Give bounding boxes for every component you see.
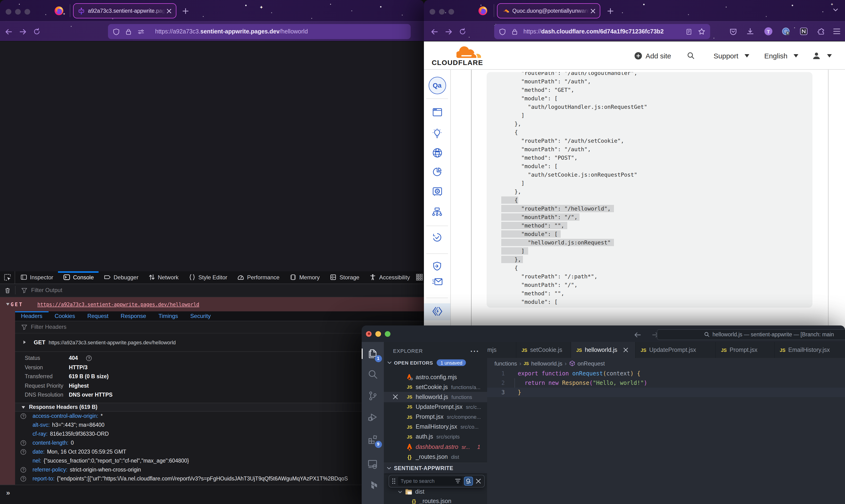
notion-button[interactable] [800,27,808,35]
go-back-button[interactable] [634,331,641,339]
add-site-button[interactable]: Add site [634,52,671,59]
drag-grip-icon[interactable] [392,478,395,484]
filter-results-icon[interactable] [455,478,461,484]
activity-extensions-button[interactable]: 9 [361,430,384,449]
permissions-icon[interactable] [137,28,145,35]
help-icon[interactable] [20,467,27,473]
devtools-tab-network[interactable]: Network [143,271,184,283]
activity-explorer-button[interactable]: 1 [361,344,384,363]
tree-item-routes-json[interactable]: {} _routes.json [384,496,487,504]
new-tab-button[interactable] [180,6,190,16]
collapse-section-icon[interactable] [21,405,25,409]
menu-button[interactable] [833,28,840,34]
breadcrumb-file[interactable]: helloworld.js [531,360,562,367]
close-editor-icon[interactable] [392,394,399,400]
support-menu[interactable]: Support [714,52,749,59]
sidebar-item-workers-pages[interactable] [424,306,450,317]
tracking-protection-shield-icon[interactable] [113,28,120,35]
devtools-tab-debugger[interactable]: Debugger [99,271,143,283]
activity-remote-explorer-button[interactable] [361,454,384,473]
breadcrumb-folder[interactable]: functions [495,360,517,367]
vscode-titlebar[interactable]: helloworld.js — sentient-appwrite — [Bra… [361,325,845,342]
firefox-view-button[interactable] [54,6,64,16]
forward-button[interactable] [445,28,453,36]
help-icon[interactable] [86,355,92,361]
sidebar-item-discover[interactable] [424,128,450,138]
devtools-tab-memory[interactable]: Memory [284,271,325,283]
open-editor-emailhistory[interactable]: JS EmailHistory.jsx src/co... [384,421,487,432]
devtools-tab-storage[interactable]: Storage [325,271,364,283]
close-window-button[interactable] [430,9,435,15]
zoom-window-button[interactable] [385,331,391,337]
console-input-row[interactable]: » [0,485,424,504]
list-all-tabs-button[interactable] [832,6,839,13]
help-icon[interactable] [20,413,27,419]
sidebar-item-trace[interactable] [424,207,450,216]
pick-element-button[interactable] [0,271,15,283]
devtools-more-tools-button[interactable] [416,271,424,283]
devtools-tab-inspector[interactable]: Inspector [15,271,58,283]
cloudflare-logo-text[interactable]: CLOUDFLARE [432,59,483,67]
breadcrumbs[interactable]: functions › JS helloworld.js › onRequest [487,358,845,369]
tab-updateprompt[interactable]: JS UpdatePrompt.jsx [635,342,716,358]
sidebar-item-analytics[interactable] [424,167,450,177]
devtools-tab-style-editor[interactable]: Style Editor [184,271,232,283]
extension-t-button[interactable]: T [764,27,772,35]
tracking-protection-shield-icon[interactable] [499,28,506,35]
open-editor-routes[interactable]: {} _routes.json dist [384,451,487,462]
browser-tab[interactable]: a92a73c3.sentient-appwrite.pag [73,3,176,18]
url-bar[interactable]: https://a92a73c3.sentient-appwrite.pages… [108,24,411,39]
devtools-tab-accessibility[interactable]: Accessibility [364,271,415,283]
new-tab-button[interactable] [605,6,616,16]
open-editor-prompt[interactable]: JS Prompt.jsx src/compone... [384,412,487,422]
close-tab-icon[interactable] [623,347,628,353]
lock-icon[interactable] [512,28,518,35]
tab-helloworld[interactable]: JS helloworld.js [571,342,635,358]
detail-tab-cookies[interactable]: Cookies [49,311,81,321]
tab-close-icon[interactable] [167,8,172,14]
detail-tab-headers[interactable]: Headers [15,311,49,321]
help-icon[interactable] [20,475,27,482]
tab-setcookie[interactable]: JS setCookie.js [516,342,571,358]
detail-tab-security[interactable]: Security [184,311,217,321]
filter-output-input[interactable]: Filter Output [21,287,62,293]
tree-find-widget[interactable]: Type to search [388,474,485,487]
minimize-window-button[interactable] [439,9,445,15]
sidebar-item-notifications[interactable] [424,277,450,286]
minimize-window-button[interactable] [375,331,381,337]
tab-astro-config[interactable]: mjs [487,342,516,358]
open-editor-auth[interactable]: JS auth.js src/scripts [384,432,487,442]
firefox-view-button[interactable] [478,6,488,16]
tab-close-icon[interactable] [590,8,595,14]
account-avatar[interactable]: Qa [424,76,450,94]
devtools-tab-performance[interactable]: Performance [232,271,284,283]
open-editor-dashboard[interactable]: dashboard.astro sr... 1 [384,442,487,452]
breadcrumb-symbol[interactable]: onRequest [577,360,605,367]
help-icon[interactable] [20,440,27,446]
reload-button[interactable] [33,28,40,35]
tab-prompt[interactable]: JS Prompt.jsx [716,342,775,358]
collapse-request-icon[interactable] [5,302,10,306]
minimize-window-button[interactable] [15,9,21,15]
search-button[interactable] [687,52,695,59]
sidebar-item-websites[interactable] [424,108,450,117]
close-find-widget-icon[interactable] [475,478,481,484]
project-section-header[interactable]: SENTIENT-APPWRITE [384,463,487,473]
account-menu[interactable] [812,51,832,60]
activity-search-button[interactable] [361,365,384,384]
activity-source-control-button[interactable] [361,386,384,405]
detail-tab-timings[interactable]: Timings [152,311,184,321]
code-editor[interactable]: 1 export function onRequest(context) { 2… [487,369,845,397]
request-url-link[interactable]: https://a92a73c3.sentient-appwrite.pages… [37,301,200,307]
open-editor-updateprompt[interactable]: JS UpdatePrompt.jsx src/c... [384,402,487,412]
activity-terraform-button[interactable] [361,475,384,494]
open-editor-setcookie[interactable]: JS setCookie.js functions/a... [384,382,487,392]
language-menu[interactable]: English [764,52,798,59]
reader-view-icon[interactable] [686,28,692,35]
tree-item-dist-folder[interactable]: dist [384,487,487,497]
bookmark-star-icon[interactable] [698,28,705,35]
zoom-window-button[interactable] [448,9,454,15]
url-bar[interactable]: https://dash.cloudflare.com/6d74a1f9c712… [494,24,710,39]
devtools-tab-console[interactable]: Console [58,271,99,283]
activity-run-debug-button[interactable] [361,408,384,427]
